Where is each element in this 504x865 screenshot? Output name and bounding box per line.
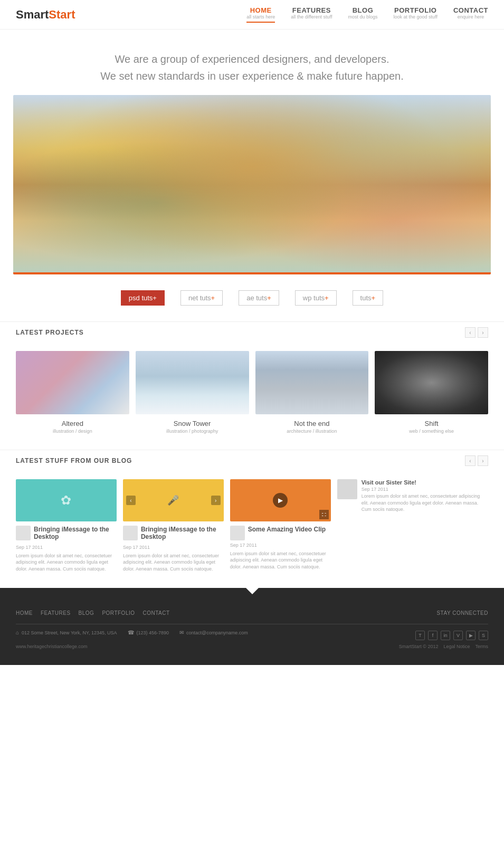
footer-bottom-row: www.heritagechristiancollege.com SmartSt… [16, 644, 488, 649]
brand-item-2[interactable]: ae tuts+ [239, 290, 279, 306]
footer-nav-portfolio[interactable]: PORTFOLIO [102, 610, 135, 616]
brands-section: psd tuts+net tuts+ae tuts+wp tuts+tuts+ [0, 274, 504, 321]
brand-label: psd tuts [129, 294, 153, 302]
project-name-0: Altered [16, 420, 129, 427]
blog-title-2: Some Amazing Video Clip [248, 526, 326, 533]
project-cat-1: illustration / photography [136, 429, 249, 434]
hero-line1: We are a group of experienced designers,… [32, 51, 472, 68]
phone-icon: ☎ [128, 630, 134, 635]
blog-sidebar-thumb [337, 479, 357, 499]
blog-mic-icon: 🎤 [167, 495, 179, 506]
brand-plus: + [372, 294, 376, 302]
social-icon-4[interactable]: ▶ [466, 631, 476, 640]
brand-item-1[interactable]: net tuts+ [180, 290, 223, 306]
footer-terms[interactable]: Terms [476, 644, 489, 649]
blog-text-1: Lorem ipsum dolor sit amet nec, consecte… [123, 553, 224, 573]
project-img-0 [16, 351, 129, 414]
footer-phone: ☎ (123) 456-7890 [128, 630, 169, 635]
logo: SmartStart [16, 8, 75, 22]
project-card-1[interactable]: Snow Tower illustration / photography [136, 351, 249, 434]
blog-thumb-1 [123, 526, 138, 540]
expand-button[interactable]: ⛶ [319, 510, 329, 519]
footer-arrow [246, 588, 259, 594]
project-img-2 [255, 351, 369, 414]
nav-item-features[interactable]: FEATURESall the different stuff [291, 6, 332, 23]
project-img-3 [375, 351, 488, 414]
nav-sub-blog: most du blogs [348, 14, 377, 20]
blog-prev-arrow[interactable]: ‹ [126, 496, 136, 505]
blog-grid: ✿ Bringing iMessage to the Desktop Sep 1… [0, 471, 504, 588]
brand-label: ae tuts [246, 294, 267, 302]
blog-date-1: Sep 17 2011 [123, 545, 150, 551]
blog-next-button[interactable]: › [478, 455, 488, 466]
nav-item-home[interactable]: HOMEall starts here [246, 6, 275, 23]
brand-label: net tuts [188, 294, 211, 302]
blog-thumb-0 [16, 526, 31, 540]
social-icon-1[interactable]: f [428, 631, 438, 640]
footer-nav-contact[interactable]: CONTACT [143, 610, 170, 616]
footer-nav-features[interactable]: FEATURES [41, 610, 71, 616]
project-card-3[interactable]: Shift web / something else [375, 351, 488, 434]
blog-card-0: ✿ Bringing iMessage to the Desktop Sep 1… [16, 479, 117, 572]
projects-next-button[interactable]: › [478, 327, 488, 338]
blog-img-0: ✿ [16, 479, 117, 521]
blog-title: LATEST STUFF FROM OUR BLOG [16, 457, 132, 464]
blog-leaf-icon: ✿ [61, 493, 71, 508]
nav-item-blog[interactable]: BLOGmost du blogs [348, 6, 377, 23]
social-icon-2[interactable]: in [441, 631, 450, 640]
blog-sidebar-date: Sep 17 2011 [362, 487, 488, 492]
social-icon-3[interactable]: V [453, 631, 463, 640]
blog-text-2: Lorem ipsum dolor sit amet nec, consecte… [230, 550, 331, 571]
blog-card-2: ▶ ⛶ Some Amazing Video Clip Sep 17 2011 … [230, 479, 331, 572]
projects-section-header: LATEST PROJECTS ‹ › [0, 321, 504, 343]
nav-label-blog: BLOG [348, 6, 377, 14]
blog-prev-button[interactable]: ‹ [465, 455, 476, 466]
projects-title: LATEST PROJECTS [16, 329, 84, 336]
project-card-2[interactable]: Not the end architecture / illustration [255, 351, 369, 434]
social-icon-5[interactable]: S [479, 631, 488, 640]
logo-smart: Smart [16, 8, 49, 21]
hero-orange-bar [13, 272, 491, 274]
blog-date-2: Sep 17 2011 [230, 543, 257, 549]
projects-grid: Altered illustration / design Snow Tower… [0, 343, 504, 450]
blog-sidebar-item: Visit our Sister Site! Sep 17 2011 Lorem… [337, 479, 488, 513]
nav-sub-portfolio: look at the good stuff [394, 14, 438, 20]
hero-image-inner [13, 95, 491, 274]
play-button[interactable]: ▶ [273, 493, 288, 508]
project-cat-3: web / something else [375, 429, 488, 434]
brand-plus: + [267, 294, 271, 302]
nav-item-contact[interactable]: CONTACTenquire here [453, 6, 488, 23]
nav-label-home: HOME [246, 6, 275, 14]
brand-item-4[interactable]: tuts+ [353, 290, 384, 306]
blog-title-1: Bringing iMessage to the Desktop [141, 526, 224, 540]
email-icon: ✉ [179, 630, 184, 635]
projects-prev-button[interactable]: ‹ [465, 327, 476, 338]
nav-sub-features: all the different stuff [291, 14, 332, 20]
brand-plus: + [211, 294, 215, 302]
projects-nav-arrows: ‹ › [465, 327, 488, 338]
social-icon-0[interactable]: T [415, 631, 425, 640]
brand-item-0[interactable]: psd tuts+ [121, 290, 165, 306]
footer-legal[interactable]: Legal Notice [443, 644, 470, 649]
hero-section: We are a group of experienced designers,… [0, 30, 504, 95]
main-nav: HOMEall starts hereFEATURESall the diffe… [246, 6, 488, 23]
blog-text-0: Lorem ipsum dolor sit amet nec, consecte… [16, 553, 117, 573]
footer-nav-blog[interactable]: BLOG [79, 610, 94, 616]
blog-next-arrow[interactable]: › [211, 496, 221, 505]
project-card-0[interactable]: Altered illustration / design [16, 351, 129, 434]
project-name-2: Not the end [255, 420, 369, 427]
hero-image [13, 95, 491, 274]
footer-website: www.heritagechristiancollege.com [16, 644, 88, 649]
footer-nav-home[interactable]: HOME [16, 610, 33, 616]
project-name-3: Shift [375, 420, 488, 427]
footer: HOMEFEATURESBLOGPORTFOLIOCONTACT STAY CO… [0, 588, 504, 665]
footer-social: TfinV▶S [415, 631, 488, 640]
project-cat-2: architecture / illustration [255, 429, 369, 434]
blog-thumb-2 [230, 526, 245, 540]
footer-nav: HOMEFEATURESBLOGPORTFOLIOCONTACT [16, 610, 170, 616]
brand-item-3[interactable]: wp tuts+ [295, 290, 337, 306]
nav-item-portfolio[interactable]: PORTFOLIOlook at the good stuff [394, 6, 438, 23]
footer-email: ✉ contact@companyname.com [179, 630, 248, 635]
nav-sub-contact: enquire here [453, 14, 488, 20]
blog-title-0: Bringing iMessage to the Desktop [34, 526, 117, 540]
